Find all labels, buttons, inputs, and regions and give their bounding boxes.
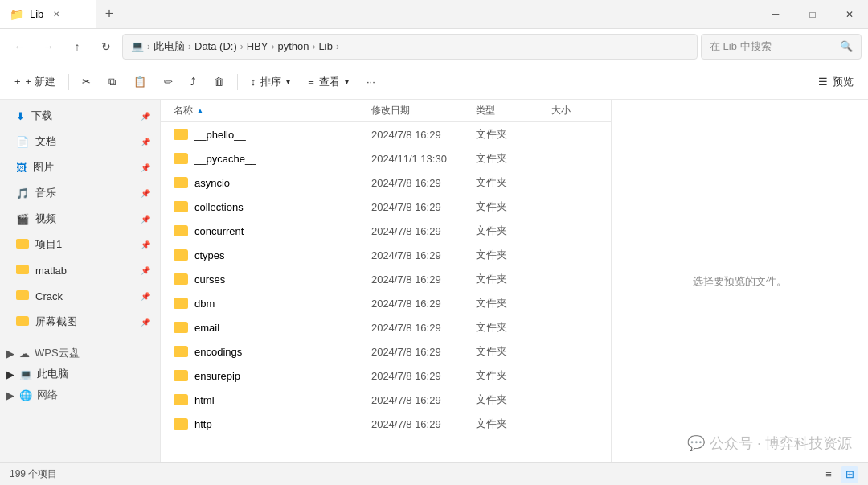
delete-button[interactable]: 🗑 [206, 69, 232, 95]
folder-icon [174, 418, 188, 430]
col-name-label: 名称 [174, 104, 193, 117]
sidebar-item-crack[interactable]: Crack 📌 [3, 283, 157, 309]
copy-icon: ⧉ [108, 76, 116, 88]
sep-2 [237, 74, 238, 90]
forward-button[interactable]: → [35, 34, 61, 60]
col-size-label: 大小 [551, 105, 571, 116]
table-row[interactable]: http 2024/7/8 16:29 文件夹 [161, 412, 611, 436]
file-type: 文件夹 [476, 199, 551, 214]
search-placeholder: 在 Lib 中搜索 [710, 39, 772, 54]
new-label: + 新建 [26, 75, 55, 89]
table-row[interactable]: email 2024/7/8 16:29 文件夹 [161, 315, 611, 339]
table-row[interactable]: collections 2024/7/8 16:29 文件夹 [161, 195, 611, 219]
file-list-body[interactable]: __phello__ 2024/7/8 16:29 文件夹 __pycache_… [161, 122, 611, 462]
table-row[interactable]: ctypes 2024/7/8 16:29 文件夹 [161, 243, 611, 267]
sidebar-item-screenshot[interactable]: 屏幕截图 📌 [3, 309, 157, 335]
file-date: 2024/7/8 16:29 [371, 225, 476, 237]
cut-button[interactable]: ✂ [74, 69, 99, 95]
sidebar-label-screenshot: 屏幕截图 [35, 314, 77, 329]
file-name-cell: html [174, 394, 371, 406]
sidebar-item-project[interactable]: 项目1 📌 [3, 232, 157, 257]
sidebar-item-matlab[interactable]: matlab 📌 [3, 257, 157, 283]
file-date: 2024/7/8 16:29 [371, 346, 476, 358]
pin-icon-matlab: 📌 [141, 266, 150, 275]
more-button[interactable]: ··· [358, 69, 383, 95]
preview-button[interactable]: ☰ 预览 [810, 69, 862, 95]
table-row[interactable]: asyncio 2024/7/8 16:29 文件夹 [161, 171, 611, 195]
titlebar: 📁 Lib ✕ + ─ □ ✕ [0, 0, 868, 29]
sidebar-label-music: 音乐 [35, 186, 56, 200]
table-row[interactable]: html 2024/7/8 16:29 文件夹 [161, 388, 611, 412]
address-bar[interactable]: 💻 › 此电脑 › Data (D:) › HBY › python › Lib… [122, 34, 698, 60]
breadcrumb-lib[interactable]: Lib [319, 40, 333, 52]
breadcrumb-drive[interactable]: Data (D:) [194, 40, 237, 52]
sidebar-group-network-label: 网络 [37, 388, 58, 402]
list-view-button[interactable]: ≡ [820, 466, 837, 483]
share-button[interactable]: ⤴ [182, 69, 204, 95]
folder-icon [174, 346, 188, 357]
new-tab-button[interactable]: + [96, 2, 122, 27]
minimize-button[interactable]: ─ [757, 0, 794, 28]
wps-icon: ☁ [19, 347, 30, 360]
rename-button[interactable]: ✏ [156, 69, 181, 95]
crack-folder-icon [16, 290, 29, 302]
sort-arrow-icon: ▲ [196, 106, 204, 115]
file-type: 文件夹 [476, 368, 551, 383]
breadcrumb-computer[interactable]: 此电脑 [154, 39, 185, 54]
table-row[interactable]: ensurepip 2024/7/8 16:29 文件夹 [161, 364, 611, 388]
col-name-header[interactable]: 名称 ▲ [174, 104, 371, 117]
pin-icon-project: 📌 [141, 240, 150, 249]
table-row[interactable]: concurrent 2024/7/8 16:29 文件夹 [161, 219, 611, 243]
breadcrumb-python[interactable]: python [277, 40, 309, 52]
col-type-header[interactable]: 类型 [476, 104, 551, 117]
copy-button[interactable]: ⧉ [100, 69, 124, 95]
sidebar-group-computer[interactable]: ▶ 💻 此电脑 [0, 362, 160, 383]
back-button[interactable]: ← [6, 34, 32, 60]
sidebar-item-docs[interactable]: 📄 文档 📌 [3, 129, 157, 154]
more-icon: ··· [366, 76, 375, 88]
close-tab-button[interactable]: ✕ [50, 8, 63, 21]
close-window-button[interactable]: ✕ [831, 0, 868, 28]
table-row[interactable]: encodings 2024/7/8 16:29 文件夹 [161, 339, 611, 364]
pin-icon-docs: 📌 [141, 138, 150, 146]
sort-button[interactable]: ↕ 排序 ▾ [243, 69, 299, 95]
file-name-cell: curses [174, 273, 371, 286]
up-button[interactable]: ↑ [64, 34, 90, 60]
titlebar-tab[interactable]: 📁 Lib ✕ [0, 0, 96, 28]
table-row[interactable]: curses 2024/7/8 16:29 文件夹 [161, 267, 611, 291]
folder-icon [174, 225, 188, 236]
col-date-header[interactable]: 修改日期 [371, 104, 476, 117]
pin-icon-crack: 📌 [141, 292, 150, 301]
sidebar-group-wps[interactable]: ▶ ☁ WPS云盘 [0, 341, 160, 362]
breadcrumb-hby[interactable]: HBY [247, 40, 268, 52]
refresh-button[interactable]: ↻ [93, 34, 119, 60]
delete-icon: 🗑 [214, 76, 224, 88]
table-row[interactable]: __phello__ 2024/7/8 16:29 文件夹 [161, 122, 611, 146]
video-icon: 🎬 [16, 213, 29, 225]
maximize-button[interactable]: □ [794, 0, 831, 28]
file-name-text: curses [194, 273, 225, 286]
col-size-header[interactable]: 大小 [551, 104, 598, 117]
preview-label: 预览 [833, 75, 854, 89]
sidebar-item-music[interactable]: 🎵 音乐 📌 [3, 180, 157, 206]
view-icon: ≡ [308, 76, 314, 88]
file-date: 2024/7/8 16:29 [371, 370, 476, 382]
table-row[interactable]: __pycache__ 2024/11/1 13:30 文件夹 [161, 146, 611, 171]
new-icon: + [14, 76, 21, 88]
file-type: 文件夹 [476, 296, 551, 310]
grid-view-button[interactable]: ⊞ [841, 466, 858, 483]
sidebar-item-video[interactable]: 🎬 视频 📌 [3, 206, 157, 232]
sidebar-item-pics[interactable]: 🖼 图片 📌 [3, 154, 157, 180]
file-name-cell: email [174, 322, 371, 334]
file-name-text: html [194, 394, 215, 406]
search-box[interactable]: 在 Lib 中搜索 🔍 [701, 34, 862, 60]
file-name-cell: dbm [174, 298, 371, 310]
sidebar-group-network[interactable]: ▶ 🌐 网络 [0, 383, 160, 404]
sidebar-item-download[interactable]: ⬇ 下载 📌 [3, 103, 157, 129]
view-button[interactable]: ≡ 查看 ▾ [300, 69, 357, 95]
table-row[interactable]: dbm 2024/7/8 16:29 文件夹 [161, 291, 611, 315]
folder-icon [174, 249, 188, 261]
paste-button[interactable]: 📋 [125, 69, 154, 95]
pin-icon-video: 📌 [141, 215, 150, 224]
new-button[interactable]: + + 新建 [6, 69, 63, 95]
